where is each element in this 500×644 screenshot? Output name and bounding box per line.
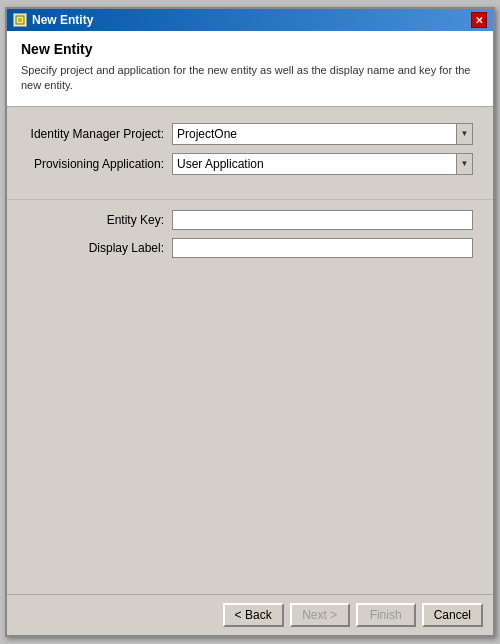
entity-key-control-wrapper <box>172 210 473 230</box>
entity-key-input[interactable] <box>172 210 473 230</box>
app-label: Provisioning Application: <box>27 157 172 171</box>
project-control-wrapper: ProjectOne ▼ <box>172 123 473 145</box>
entity-key-label: Entity Key: <box>27 213 172 227</box>
display-label-label: Display Label: <box>27 241 172 255</box>
button-bar: < Back Next > Finish Cancel <box>7 594 493 635</box>
app-dropdown-arrow: ▼ <box>456 154 472 174</box>
project-dropdown-arrow: ▼ <box>456 124 472 144</box>
form-section-dropdowns: Identity Manager Project: ProjectOne ▼ P… <box>7 107 493 200</box>
page-description: Specify project and application for the … <box>21 63 479 94</box>
project-label: Identity Manager Project: <box>27 127 172 141</box>
page-title: New Entity <box>21 41 479 57</box>
app-control-wrapper: User Application ▼ <box>172 153 473 175</box>
app-dropdown[interactable]: User Application ▼ <box>172 153 473 175</box>
title-bar: New Entity ✕ <box>7 9 493 31</box>
project-row: Identity Manager Project: ProjectOne ▼ <box>27 123 473 145</box>
app-row: Provisioning Application: User Applicati… <box>27 153 473 175</box>
close-button[interactable]: ✕ <box>471 12 487 28</box>
display-label-row: Display Label: <box>27 238 473 258</box>
new-entity-dialog: New Entity ✕ New Entity Specify project … <box>5 7 495 637</box>
back-button[interactable]: < Back <box>223 603 284 627</box>
cancel-button[interactable]: Cancel <box>422 603 483 627</box>
app-dropdown-value: User Application <box>177 157 264 171</box>
header-section: New Entity Specify project and applicati… <box>7 31 493 107</box>
title-bar-label: New Entity <box>32 13 93 27</box>
svg-rect-1 <box>18 18 22 22</box>
finish-button[interactable]: Finish <box>356 603 416 627</box>
form-section-inputs: Entity Key: Display Label: <box>7 200 493 276</box>
next-button[interactable]: Next > <box>290 603 350 627</box>
project-dropdown[interactable]: ProjectOne ▼ <box>172 123 473 145</box>
entity-key-row: Entity Key: <box>27 210 473 230</box>
title-bar-left: New Entity <box>13 13 93 27</box>
spacer <box>7 276 493 594</box>
window-content: New Entity Specify project and applicati… <box>7 31 493 635</box>
project-dropdown-value: ProjectOne <box>177 127 237 141</box>
display-label-control-wrapper <box>172 238 473 258</box>
display-label-input[interactable] <box>172 238 473 258</box>
window-icon <box>13 13 27 27</box>
